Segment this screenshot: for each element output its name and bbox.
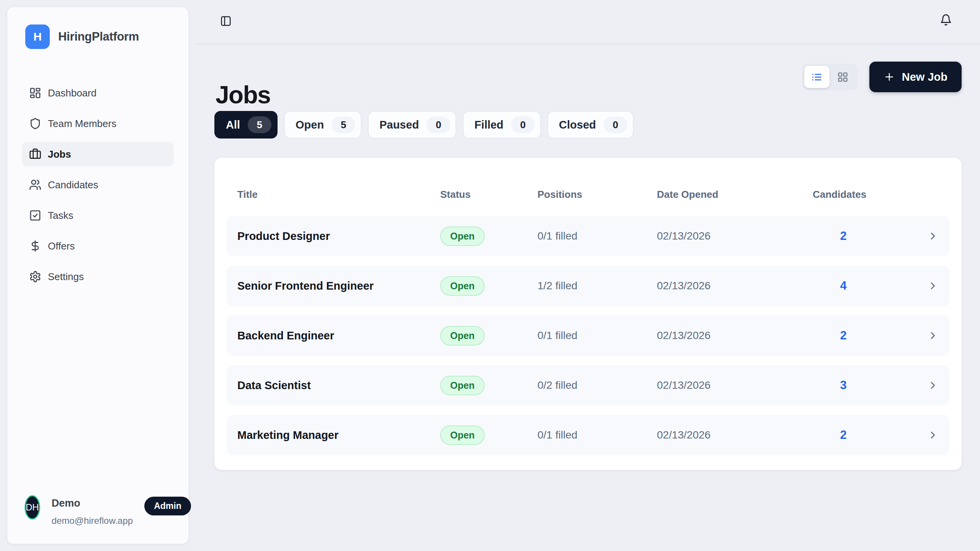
filter-label: Open [296,119,324,131]
filter-tab-open[interactable]: Open 5 [284,111,361,139]
dollar-sign-icon [29,240,41,252]
jobs-table-card: Title Status Positions Date Opened Candi… [214,158,962,470]
column-header-title: Title [237,189,440,201]
sidebar-nav: Dashboard Team Members Jobs Candidates T… [22,81,174,289]
table-row[interactable]: Marketing Manager Open 0/1 filled 02/13/… [227,415,949,455]
sidebar-item-label: Settings [48,271,84,283]
table-row[interactable]: Product Designer Open 0/1 filled 02/13/2… [227,216,949,256]
shield-icon [29,117,41,130]
sidebar-item-team-members[interactable]: Team Members [22,111,174,136]
sidebar-item-settings[interactable]: Settings [22,264,174,289]
filter-label: Filled [474,119,503,131]
date-opened-cell: 02/13/2026 [657,230,813,242]
filter-tab-all[interactable]: All 5 [214,111,278,139]
table-row[interactable]: Data Scientist Open 0/2 filled 02/13/202… [227,365,949,406]
candidates-count[interactable]: 2 [813,229,874,243]
filter-label: Closed [559,119,596,131]
layout-grid-icon [837,72,848,83]
status-badge: Open [440,276,485,296]
column-header-date-opened: Date Opened [657,189,813,201]
bell-icon [940,14,952,26]
sidebar-item-label: Tasks [48,210,73,222]
square-check-icon [29,209,41,222]
filter-count-badge: 5 [248,116,271,133]
positions-cell: 0/1 filled [537,230,657,242]
chevron-right-icon[interactable] [927,380,939,391]
table-row[interactable]: Senior Frontend Engineer Open 1/2 filled… [227,266,949,306]
filter-label: All [226,119,240,131]
sidebar-item-label: Candidates [48,179,98,191]
status-badge: Open [440,376,485,395]
user-card[interactable]: DH Demo demo@hireflow.app Admin [24,495,174,526]
job-title: Data Scientist [237,379,440,392]
date-opened-cell: 02/13/2026 [657,429,813,441]
chevron-right-icon[interactable] [927,280,939,292]
candidates-count[interactable]: 2 [813,329,874,342]
date-opened-cell: 02/13/2026 [657,280,813,292]
avatar: DH [24,495,40,520]
filter-tab-filled[interactable]: Filled 0 [463,111,541,139]
grid-view-button[interactable] [830,66,856,88]
positions-cell: 1/2 filled [537,280,657,292]
chevron-right-icon[interactable] [927,330,939,341]
candidates-count[interactable]: 3 [813,378,874,392]
sidebar-item-jobs[interactable]: Jobs [22,142,174,166]
brand-name: HiringPlatform [58,30,139,44]
panel-left-icon [220,15,232,27]
positions-cell: 0/1 filled [537,329,657,342]
date-opened-cell: 02/13/2026 [657,329,813,342]
sidebar-item-label: Offers [48,240,75,252]
gear-icon [29,271,41,283]
sidebar-item-candidates[interactable]: Candidates [22,173,174,197]
column-header-status: Status [440,189,537,201]
filter-tab-paused[interactable]: Paused 0 [368,111,456,139]
new-job-label: New Job [902,71,947,83]
role-badge: Admin [144,497,191,515]
filter-label: Paused [379,119,419,131]
chevron-right-icon[interactable] [927,429,939,441]
sidebar-item-tasks[interactable]: Tasks [22,203,174,228]
new-job-button[interactable]: New Job [869,62,962,92]
job-title: Backend Engineer [237,329,440,342]
plus-icon [884,71,895,83]
positions-cell: 0/2 filled [537,379,657,391]
status-badge: Open [440,425,485,445]
filter-count-badge: 5 [332,116,355,133]
candidates-count[interactable]: 2 [813,428,874,442]
sidebar-item-label: Dashboard [48,87,96,99]
layout-dashboard-icon [29,87,41,99]
table-row[interactable]: Backend Engineer Open 0/1 filled 02/13/2… [227,315,949,356]
sidebar: H HiringPlatform Dashboard Team Members … [7,7,189,544]
list-icon [811,72,822,83]
notifications-button[interactable] [940,14,952,26]
candidates-count[interactable]: 4 [813,279,874,293]
status-badge: Open [440,326,485,346]
topbar [196,0,980,45]
list-view-button[interactable] [804,66,830,88]
job-title: Product Designer [237,230,440,243]
filter-count-badge: 0 [426,116,450,133]
sidebar-item-label: Jobs [48,148,71,160]
sidebar-item-offers[interactable]: Offers [22,234,174,258]
date-opened-cell: 02/13/2026 [657,379,813,391]
brand: H HiringPlatform [25,24,139,49]
user-email: demo@hireflow.app [52,515,133,526]
sidebar-item-label: Team Members [48,118,116,130]
status-filter-tabs: All 5 Open 5 Paused 0 Filled 0 Closed 0 [214,111,634,139]
users-icon [29,179,41,191]
filter-count-badge: 0 [604,116,627,133]
chevron-right-icon[interactable] [927,230,939,242]
column-header-candidates: Candidates [813,189,874,201]
sidebar-item-dashboard[interactable]: Dashboard [22,81,174,105]
job-title: Marketing Manager [237,429,440,442]
filter-count-badge: 0 [511,116,535,133]
filter-tab-closed[interactable]: Closed 0 [547,111,634,139]
status-badge: Open [440,227,485,246]
user-info: Demo demo@hireflow.app [52,495,133,526]
positions-cell: 0/1 filled [537,429,657,441]
table-header: Title Status Positions Date Opened Candi… [227,173,949,216]
job-title: Senior Frontend Engineer [237,280,440,292]
sidebar-toggle-button[interactable] [220,15,232,27]
h-monogram-icon: H [25,24,50,49]
user-name: Demo [52,497,133,509]
